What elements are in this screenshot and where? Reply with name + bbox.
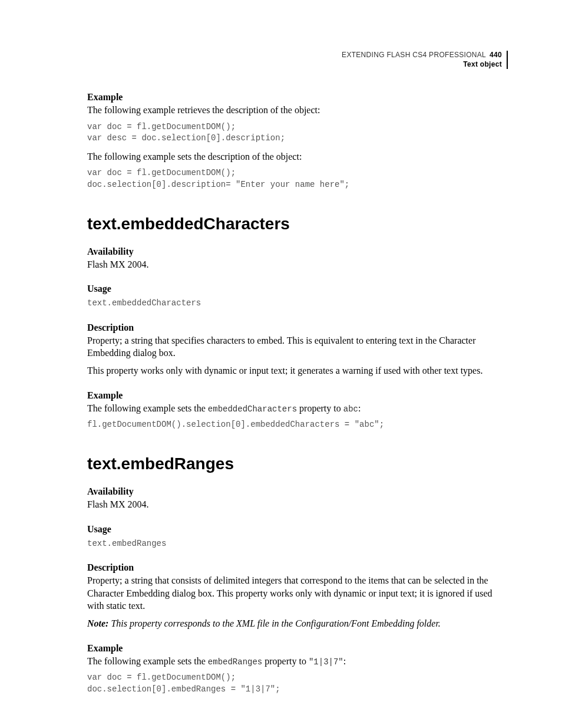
availability-text: Flash MX 2004. [87, 258, 508, 271]
text-fragment: property to [262, 656, 309, 666]
availability-text: Flash MX 2004. [87, 498, 508, 511]
running-header: EXTENDING FLASH CS4 PROFESSIONAL440 Text… [342, 51, 508, 69]
inline-code: embeddedCharacters [208, 404, 297, 414]
subhead-example: Example [87, 390, 508, 401]
inline-code: embedRanges [208, 657, 262, 667]
example-intro: The following example sets the embeddedC… [87, 402, 508, 415]
description-text: Property; a string that specifies charac… [87, 334, 508, 360]
text-fragment: The following example sets the [87, 403, 208, 413]
subhead-availability: Availability [87, 486, 508, 497]
example-intro: The following example sets the embedRang… [87, 655, 508, 668]
description-text: This property works only with dynamic or… [87, 364, 508, 377]
section-title-embedRanges: text.embedRanges [87, 454, 508, 473]
page-content: Example The following example retrieves … [87, 92, 508, 696]
subhead-availability: Availability [87, 246, 508, 257]
subhead-description: Description [87, 322, 508, 333]
header-section: Text object [342, 60, 502, 70]
subhead-example: Example [87, 643, 508, 654]
page: EXTENDING FLASH CS4 PROFESSIONAL440 Text… [0, 0, 562, 728]
inline-code: "1|3|7" [309, 657, 343, 667]
body-text: The following example sets the descripti… [87, 150, 508, 163]
section-title-embeddedCharacters: text.embeddedCharacters [87, 215, 508, 233]
note-body: This property corresponds to the XML fil… [108, 618, 440, 628]
code-block: var doc = fl.getDocumentDOM(); doc.selec… [87, 672, 508, 695]
code-block: var doc = fl.getDocumentDOM(); doc.selec… [87, 167, 508, 190]
usage-code: text.embedRanges [87, 538, 508, 550]
note-label: Note: [87, 618, 108, 628]
text-fragment: : [358, 403, 361, 413]
inline-code: abc [343, 404, 358, 414]
book-title: EXTENDING FLASH CS4 PROFESSIONAL [342, 51, 486, 59]
code-block: fl.getDocumentDOM().selection[0].embedde… [87, 419, 508, 431]
description-text: Property; a string that consists of deli… [87, 574, 508, 612]
text-fragment: The following example sets the [87, 656, 208, 666]
usage-code: text.embeddedCharacters [87, 298, 508, 309]
body-text: The following example retrieves the desc… [87, 104, 508, 117]
code-block: var doc = fl.getDocumentDOM(); var desc … [87, 121, 508, 144]
subhead-description: Description [87, 562, 508, 573]
text-fragment: : [343, 656, 346, 666]
subhead-usage: Usage [87, 524, 508, 535]
subhead-usage: Usage [87, 284, 508, 294]
page-number: 440 [490, 51, 502, 59]
text-fragment: property to [297, 403, 343, 413]
subhead-example: Example [87, 92, 508, 103]
note-text: Note: This property corresponds to the X… [87, 617, 508, 630]
